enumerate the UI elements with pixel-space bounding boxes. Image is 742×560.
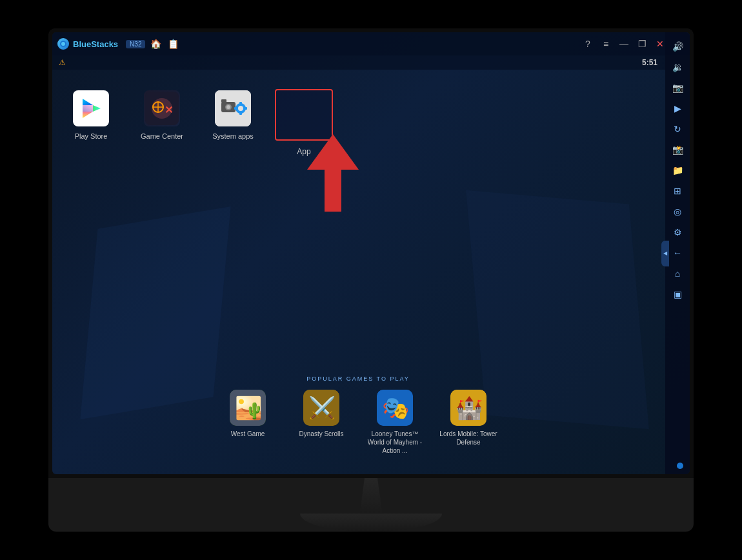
sidebar-icon-volume-up[interactable]: 🔊 xyxy=(668,37,687,55)
sidebar-icon-camera[interactable]: 📷 xyxy=(668,79,687,97)
sidebar-icon-apps[interactable]: ⊞ xyxy=(668,182,687,200)
sidebar-icon-location[interactable]: ◎ xyxy=(668,203,687,221)
west-game-label: West Game xyxy=(231,430,265,438)
time-display: 5:51 xyxy=(642,58,657,67)
looney-label: Looney Tunes™ World of Mayhem - Action .… xyxy=(366,430,424,455)
system-apps-label: System apps xyxy=(212,132,254,141)
arrow-body xyxy=(325,170,341,212)
app-item-play-store[interactable]: Play Store xyxy=(65,89,117,141)
arrow-head xyxy=(307,134,359,170)
sidebar-icon-settings[interactable]: ⚙ xyxy=(668,223,687,241)
home-nav-icon[interactable]: 🏠 xyxy=(150,39,161,49)
game-item-looney[interactable]: 🎭 Looney Tunes™ World of Mayhem - Action… xyxy=(366,390,424,455)
game-center-icon: ✕ xyxy=(144,90,180,126)
restore-button[interactable]: ❐ xyxy=(636,39,648,49)
close-button[interactable]: ✕ xyxy=(654,39,667,49)
sidebar-icon-recents[interactable]: ▣ xyxy=(668,285,687,303)
games-row: 🏜️ West Game ⚔️ xyxy=(219,390,497,455)
svg-rect-20 xyxy=(239,102,242,105)
svg-text:🎭: 🎭 xyxy=(382,395,410,421)
logo-icon xyxy=(57,38,69,50)
warning-bar: ⚠ 5:51 xyxy=(52,55,690,70)
red-arrow-container xyxy=(307,134,359,212)
sidebar-expand-icon[interactable]: ◀ xyxy=(661,241,669,266)
game-center-label: Game Center xyxy=(141,132,183,141)
help-button[interactable]: ? xyxy=(581,39,594,49)
monitor-stand xyxy=(300,478,442,532)
sidebar-icon-screenshot[interactable]: 📸 xyxy=(668,141,687,159)
dynasty-label: Dynasty Scrolls xyxy=(299,430,344,438)
logo-text: BlueStacks xyxy=(73,39,118,49)
sidebar-icon-back[interactable]: ← xyxy=(668,244,687,262)
lords-icon: 🏰 xyxy=(450,390,486,426)
svg-rect-17 xyxy=(221,99,226,103)
right-sidebar: ◀ 🔊 🔉 📷 ▶ ↻ 📸 📁 ⊞ ◎ ⚙ ← ⌂ ▣ xyxy=(665,32,690,474)
game-item-lords[interactable]: 🏰 Lords Mobile: Tower Defense xyxy=(439,390,497,446)
popular-title: POPULAR GAMES TO PLAY xyxy=(306,375,410,382)
app-item-system-apps[interactable]: System apps xyxy=(207,89,259,141)
play-store-icon-wrapper xyxy=(72,89,110,128)
titlebar: BlueStacks N32 🏠 📋 ? ≡ — ❐ ✕ ≪ xyxy=(52,32,690,55)
red-arrow xyxy=(307,134,359,212)
titlebar-nav-icons: 🏠 📋 xyxy=(150,39,179,49)
svg-marker-2 xyxy=(83,99,93,105)
west-game-icon: 🏜️ xyxy=(230,390,266,426)
svg-rect-22 xyxy=(234,107,237,110)
menu-button[interactable]: ≡ xyxy=(599,39,612,49)
svg-text:✕: ✕ xyxy=(165,105,173,115)
warning-icon: ⚠ xyxy=(59,58,66,67)
popular-section: POPULAR GAMES TO PLAY 🏜️ West Game xyxy=(52,375,664,455)
svg-point-1 xyxy=(61,42,65,46)
svg-rect-21 xyxy=(239,112,242,115)
lords-label: Lords Mobile: Tower Defense xyxy=(439,430,497,446)
svg-rect-23 xyxy=(245,107,247,110)
app-grid: Play Store xyxy=(65,89,657,157)
status-dot xyxy=(677,463,683,469)
looney-icon: 🎭 xyxy=(377,390,413,426)
app-item-game-center[interactable]: ✕ Game Center xyxy=(136,89,188,141)
bluestacks-window: BlueStacks N32 🏠 📋 ? ≡ — ❐ ✕ ≪ xyxy=(52,32,690,474)
screen-bezel: BlueStacks N32 🏠 📋 ? ≡ — ❐ ✕ ≪ xyxy=(48,28,694,478)
svg-marker-3 xyxy=(93,105,101,112)
stand-base xyxy=(300,514,442,532)
svg-text:🏰: 🏰 xyxy=(456,395,483,421)
dynasty-icon: ⚔️ xyxy=(303,390,339,426)
app-box[interactable] xyxy=(275,89,333,141)
system-apps-icon xyxy=(215,90,251,126)
sidebar-icon-video[interactable]: ▶ xyxy=(668,99,687,117)
sidebar-icon-home[interactable]: ⌂ xyxy=(668,265,687,283)
sidebar-icon-rotate[interactable]: ↻ xyxy=(668,120,687,138)
copy-nav-icon[interactable]: 📋 xyxy=(168,39,179,49)
minimize-button[interactable]: — xyxy=(617,39,630,49)
app-logo: BlueStacks xyxy=(57,38,118,50)
svg-marker-5 xyxy=(83,105,93,112)
game-item-west-game[interactable]: 🏜️ West Game xyxy=(219,390,277,438)
main-content: Play Store xyxy=(52,70,690,474)
play-store-label: Play Store xyxy=(75,132,108,141)
instance-badge: N32 xyxy=(126,40,145,48)
svg-text:⚔️: ⚔️ xyxy=(308,395,336,421)
system-apps-icon-wrapper xyxy=(214,89,252,128)
svg-marker-4 xyxy=(83,112,93,118)
game-item-dynasty[interactable]: ⚔️ Dynasty Scrolls xyxy=(292,390,350,438)
stand-neck xyxy=(355,478,387,514)
svg-point-19 xyxy=(238,106,243,111)
svg-point-16 xyxy=(226,105,230,109)
sidebar-icon-folder[interactable]: 📁 xyxy=(668,161,687,179)
game-center-icon-wrapper: ✕ xyxy=(143,89,181,128)
sidebar-icon-volume-down[interactable]: 🔉 xyxy=(668,58,687,76)
monitor: BlueStacks N32 🏠 📋 ? ≡ — ❐ ✕ ≪ xyxy=(48,28,694,532)
svg-text:🏜️: 🏜️ xyxy=(235,395,263,421)
play-store-icon xyxy=(73,90,109,126)
